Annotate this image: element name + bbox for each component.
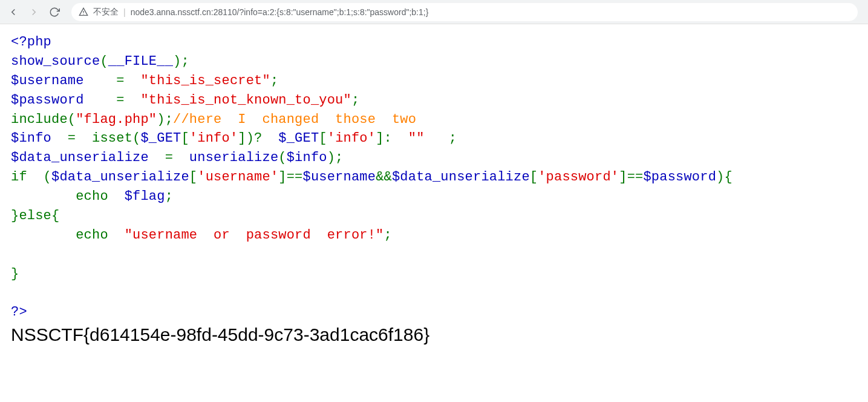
code-token: );	[157, 112, 173, 127]
code-token: );	[327, 150, 344, 165]
code-token: (	[100, 54, 108, 69]
code-token: 'username'	[197, 170, 278, 185]
code-token: $username	[303, 170, 376, 185]
code-token: if (	[11, 170, 51, 185]
code-token: ]==	[619, 170, 643, 185]
page-content: <?php show_source(__FILE__); $username =…	[0, 24, 868, 354]
code-token: = isset(	[51, 131, 140, 146]
php-source-code: <?php show_source(__FILE__); $username =…	[11, 33, 857, 322]
code-token: $username	[11, 73, 84, 88]
code-token: unserialize	[189, 150, 278, 165]
code-token: [	[530, 170, 538, 185]
back-button[interactable]	[6, 5, 21, 19]
code-token: echo	[11, 189, 125, 204]
code-token: $password	[11, 93, 84, 108]
code-token: $_GET	[140, 131, 181, 146]
code-token	[11, 247, 19, 262]
browser-toolbar: 不安全 | node3.anna.nssctf.cn:28110/?info=a…	[0, 0, 868, 24]
code-token: [	[181, 131, 189, 146]
code-token: $_GET	[278, 131, 319, 146]
code-token: include(	[11, 112, 76, 127]
code-token: }else{	[11, 208, 59, 223]
warning-icon	[79, 7, 88, 17]
code-token: echo	[11, 228, 125, 243]
code-token: ]:	[376, 131, 408, 146]
code-token: =	[149, 150, 189, 165]
code-token: 'info'	[189, 131, 238, 146]
code-token	[11, 286, 19, 301]
url-separator: |	[123, 7, 126, 17]
code-token: ;	[384, 228, 392, 243]
code-token: );	[173, 54, 189, 69]
code-token: ){	[716, 170, 733, 185]
flag-output: NSSCTF{d614154e-98fd-45dd-9c73-3ad1cac6f…	[11, 325, 857, 345]
code-token: "this_is_secret"	[140, 73, 270, 88]
code-token: <?php	[11, 35, 51, 50]
code-token: $flag	[125, 189, 165, 204]
code-token: ]==	[278, 170, 302, 185]
code-token: "flag.php"	[76, 112, 157, 127]
code-token: }	[11, 266, 19, 282]
code-token: ;	[425, 131, 457, 146]
code-token: [	[189, 170, 197, 185]
code-token: [	[319, 131, 327, 146]
code-token: $password	[643, 170, 716, 185]
address-bar[interactable]: 不安全 | node3.anna.nssctf.cn:28110/?info=a…	[71, 3, 858, 21]
forward-button[interactable]	[27, 5, 41, 19]
code-token: $info	[11, 131, 51, 146]
reload-button[interactable]	[47, 5, 62, 19]
code-token: ;	[165, 189, 173, 204]
code-token: ;	[270, 73, 278, 88]
url-text: node3.anna.nssctf.cn:28110/?info=a:2:{s:…	[131, 7, 429, 17]
code-token: $data_unserialize	[51, 170, 189, 185]
code-token: ?>	[11, 305, 27, 320]
code-token: $info	[287, 150, 327, 165]
code-token: 'password'	[538, 170, 619, 185]
svg-point-1	[83, 13, 83, 14]
code-token: $data_unserialize	[392, 170, 530, 185]
code-token: ;	[351, 93, 359, 108]
code-token: "username or password error!"	[125, 228, 384, 243]
code-token: $data_unserialize	[11, 150, 149, 165]
code-token: =	[84, 93, 141, 108]
code-token: "this_is_not_known_to_you"	[140, 93, 351, 108]
insecure-label: 不安全	[93, 7, 119, 18]
code-token: ""	[408, 131, 425, 146]
code-token: //here I changed those two	[173, 112, 416, 127]
code-token: (	[278, 150, 286, 165]
code-token: show_source	[11, 54, 100, 69]
code-token: =	[84, 73, 141, 88]
code-token: 'info'	[327, 131, 376, 146]
code-token: __FILE__	[108, 54, 173, 69]
code-token: &&	[376, 170, 392, 185]
code-token: ])?	[238, 131, 278, 146]
